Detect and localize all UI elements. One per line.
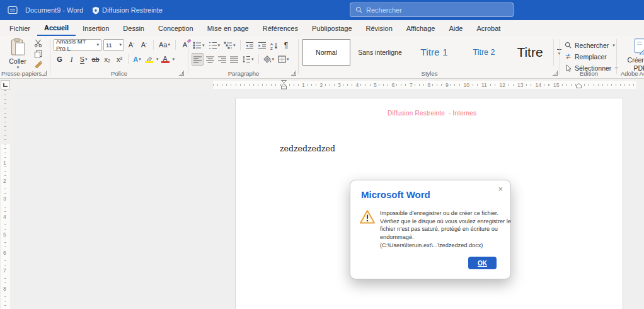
tab-insertion[interactable]: Insertion <box>76 20 116 36</box>
h-ruler-number: 15 <box>553 82 560 88</box>
clear-formatting-button[interactable]: A <box>180 38 190 51</box>
paragraph-group-label: Paragraphe <box>190 70 297 77</box>
bullets-icon <box>193 42 202 49</box>
tab-selector[interactable] <box>1 80 10 90</box>
paste-dropdown-icon[interactable]: ▾ <box>17 65 20 70</box>
group-font: Amasis MT Pro L ▾ 11 ▾ Aˆ Aˇ Aa▾ A G I S… <box>52 36 187 78</box>
acrobat-group-label: Adobe Acrobat <box>621 70 644 77</box>
document-area: 12345678 Diffusion Restreinte - Internes… <box>0 90 644 309</box>
bullets-button[interactable]: ▾ <box>192 39 206 52</box>
group-clipboard: Coller ▾ Presse-papiers <box>0 36 49 78</box>
font-name-combo[interactable]: Amasis MT Pro L ▾ <box>54 39 101 51</box>
style-normal[interactable]: Normal <box>302 39 350 66</box>
search-input[interactable] <box>366 6 508 14</box>
tab-aide[interactable]: Aide <box>442 20 469 36</box>
tab-références[interactable]: Références <box>256 20 305 36</box>
increase-indent-button[interactable] <box>256 39 268 52</box>
change-case-button[interactable]: Aa▾ <box>158 38 171 51</box>
align-left-button[interactable] <box>192 53 204 66</box>
tab-fichier[interactable]: Fichier <box>3 20 37 36</box>
subscript-button[interactable]: x₂ <box>102 53 113 66</box>
tab-affichage[interactable]: Affichage <box>400 20 442 36</box>
h-ruler-number: 13 <box>517 82 524 88</box>
copy-icon[interactable] <box>34 50 42 58</box>
italic-button[interactable]: I <box>66 53 77 66</box>
style-sans-interligne[interactable]: Sans interligne <box>353 39 407 66</box>
clipboard-group-label: Presse-papiers <box>0 70 43 77</box>
highlight-dropdown-icon[interactable]: ▾ <box>156 57 159 62</box>
page-header-text: Diffusion Restreinte - Internes <box>388 110 476 117</box>
font-size-combo[interactable]: 11 ▾ <box>103 39 124 51</box>
numbering-button[interactable]: ▾ <box>207 39 222 52</box>
font-name-dropdown-icon[interactable]: ▾ <box>96 42 99 47</box>
align-center-button[interactable] <box>205 53 216 66</box>
ribbon: Coller ▾ Presse-papiers Amasis MT Pro L … <box>0 36 644 79</box>
h-ruler-number: 11 <box>481 82 488 88</box>
font-size-dropdown-icon[interactable]: ▾ <box>119 42 122 47</box>
cut-icon[interactable] <box>34 39 42 47</box>
sensitivity-label[interactable]: Diffusion Restreinte <box>92 6 163 15</box>
tab-stop-icon <box>3 83 8 87</box>
vertical-ruler[interactable]: 12345678 <box>0 90 11 309</box>
h-ruler-number: 3 <box>337 82 342 88</box>
search-box[interactable] <box>350 3 514 17</box>
underline-button[interactable]: S▾ <box>78 53 89 66</box>
tab-mise-en-page[interactable]: Mise en page <box>200 20 256 36</box>
create-pdf-button[interactable]: Créer un PDF <box>622 38 644 73</box>
dialog-ok-button[interactable]: OK <box>468 257 497 269</box>
indent-marker-icon[interactable] <box>281 80 287 90</box>
style-titre[interactable]: Titre <box>509 39 551 66</box>
dialog-close-icon[interactable]: × <box>498 184 503 194</box>
bold-button[interactable]: G <box>54 53 65 66</box>
tab-acrobat[interactable]: Acrobat <box>469 20 507 36</box>
shading-button[interactable]: ▾ <box>262 53 276 66</box>
show-marks-button[interactable]: ¶ <box>281 39 292 52</box>
h-ruler-number: 7 <box>409 82 413 88</box>
sort-icon: AZ <box>270 42 279 50</box>
v-ruler-number: 3 <box>3 195 7 202</box>
word-app-icon <box>8 5 18 15</box>
horizontal-ruler[interactable]: 123456789101112131415 <box>213 81 636 89</box>
page-body-text[interactable]: zedzedzedzed <box>280 144 335 153</box>
more-bar-icon <box>557 49 561 50</box>
tab-révision[interactable]: Révision <box>359 20 400 36</box>
shrink-font-button[interactable]: Aˇ <box>139 38 149 51</box>
group-styles: Normal Sans interligne Titre 1 Titre 2 T… <box>300 36 559 78</box>
v-ruler-number: 6 <box>3 250 7 257</box>
style-titre-2[interactable]: Titre 2 <box>461 39 507 66</box>
document-title: Document9 - Word <box>25 6 83 14</box>
grow-font-button[interactable]: Aˆ <box>126 38 137 51</box>
tab-dessin[interactable]: Dessin <box>116 20 151 36</box>
search-icon <box>355 6 362 13</box>
multilevel-list-button[interactable]: ▾ <box>222 39 237 52</box>
find-button[interactable]: Rechercher ▾ <box>565 40 615 50</box>
sort-button[interactable]: AZ <box>269 39 280 52</box>
decrease-indent-button[interactable] <box>244 39 255 52</box>
strikethrough-button[interactable]: ab <box>90 53 101 66</box>
font-color-button[interactable]: A <box>160 53 171 66</box>
h-ruler-number: 14 <box>535 82 542 88</box>
superscript-button[interactable]: x² <box>114 53 125 66</box>
font-color-dropdown-icon[interactable]: ▾ <box>173 57 175 62</box>
borders-button[interactable]: ▾ <box>277 53 290 66</box>
tab-conception[interactable]: Conception <box>151 20 200 36</box>
right-indent-marker-icon[interactable] <box>576 83 582 88</box>
replace-icon <box>565 53 572 60</box>
ruler-ticks <box>213 84 636 86</box>
tab-accueil[interactable]: Accueil <box>37 20 76 36</box>
tab-publipostage[interactable]: Publipostage <box>305 20 359 36</box>
text-effects-button[interactable]: A▾ <box>132 53 142 66</box>
format-painter-icon[interactable] <box>34 61 42 69</box>
dialog-title: Microsoft Word <box>361 189 430 200</box>
clipboard-icon <box>10 38 26 56</box>
align-right-button[interactable] <box>217 53 227 66</box>
ruler-row: 123456789101112131415 <box>0 79 644 90</box>
replace-button[interactable]: Remplacer <box>565 51 607 62</box>
style-titre-1[interactable]: Titre 1 <box>410 39 459 66</box>
text-effects-dropdown-icon: ▾ <box>139 57 141 62</box>
numbering-icon <box>209 42 217 49</box>
justify-button[interactable] <box>229 53 239 66</box>
h-ruler-number: 10 <box>463 82 470 88</box>
line-spacing-button[interactable]: ▾ <box>241 53 255 66</box>
highlight-button[interactable] <box>144 53 154 66</box>
